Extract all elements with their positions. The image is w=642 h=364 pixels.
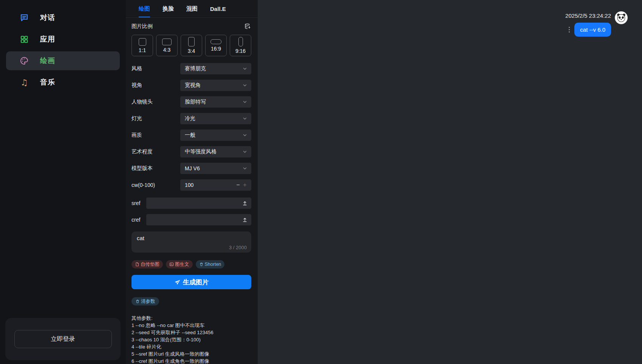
ratio-option-3-4[interactable]: 3:4 <box>181 35 202 56</box>
sidebar-item-apps[interactable]: 应用 <box>6 30 120 49</box>
help-line: 6 --cref 图片url 生成角色一致的图像 <box>131 358 251 364</box>
ratio-option-16-9[interactable]: 16:9 <box>205 35 227 56</box>
field-label-model-version: 模型版本 <box>131 165 180 172</box>
sidebar-item-chat[interactable]: 对话 <box>6 8 120 27</box>
login-button[interactable]: 立即登录 <box>14 330 112 348</box>
ratio-option-9-16[interactable]: 9:16 <box>230 35 251 56</box>
image-icon <box>169 262 174 267</box>
apps-icon <box>20 35 29 44</box>
chevron-down-icon <box>242 99 248 105</box>
message-timestamp: 2025/2/5 23:24:22 <box>565 12 611 19</box>
user-message: 2025/2/5 23:24:22 cat --v 6.0 <box>565 11 628 37</box>
character-shot-select[interactable]: 脸部特写 <box>180 96 251 108</box>
tag-base-image[interactable]: 自传垫图 <box>131 260 163 268</box>
lighting-select[interactable]: 冷光 <box>180 113 251 124</box>
sidebar-item-music[interactable]: ♫ 音乐 <box>6 73 120 92</box>
ratio-section-label: 图片比例 <box>131 23 153 30</box>
chevron-down-icon <box>242 133 248 138</box>
send-icon <box>174 279 181 285</box>
sidebar-item-label: 应用 <box>40 34 55 44</box>
user-avatar[interactable] <box>615 11 628 24</box>
clear-params-tag[interactable]: 清参数 <box>131 297 159 305</box>
palette-icon <box>20 56 29 65</box>
cref-input[interactable] <box>146 214 251 225</box>
tag-image-to-text[interactable]: 图生文 <box>166 260 193 268</box>
database-export-icon[interactable] <box>244 23 251 30</box>
sidebar-item-label: 音乐 <box>40 77 55 87</box>
sidebar-item-label: 绘画 <box>40 56 55 66</box>
chevron-down-icon <box>242 66 248 71</box>
ratio-shape-icon <box>162 39 172 45</box>
stepper-minus-button[interactable]: − <box>235 182 241 188</box>
ratio-options: 1:1 4:3 3:4 16:9 9:16 <box>131 35 251 56</box>
shorten-icon <box>199 262 204 267</box>
chevron-down-icon <box>242 149 248 154</box>
field-label-character-shot: 人物镜头 <box>131 99 180 105</box>
message-more-icon[interactable] <box>569 27 570 32</box>
chat-icon <box>20 13 29 22</box>
help-line: 1 --no 忽略 --no car 图中不出现车 <box>131 322 251 329</box>
quality-select[interactable]: 一般 <box>180 130 251 141</box>
chat-area: 2025/2/5 23:24:22 cat --v 6.0 <box>258 0 642 364</box>
view-angle-select[interactable]: 宽视角 <box>180 80 251 91</box>
help-line: 2 --seed 可先获取种子 --seed 123456 <box>131 329 251 336</box>
style-select[interactable]: 赛博朋克 <box>180 63 251 74</box>
prompt-textarea[interactable]: cat 3 / 2000 <box>131 231 251 253</box>
ratio-option-1-1[interactable]: 1:1 <box>131 35 153 56</box>
field-label-style: 风格 <box>131 65 180 72</box>
help-line: 其他参数: <box>131 315 251 322</box>
sref-label: sref <box>131 200 146 206</box>
ratio-shape-icon <box>210 39 221 44</box>
other-params-help: 其他参数: 1 --no 忽略 --no car 图中不出现车 2 --seed… <box>131 315 251 364</box>
model-version-select[interactable]: MJ V6 <box>180 163 251 174</box>
upload-icon[interactable] <box>242 217 248 223</box>
upload-icon[interactable] <box>242 200 248 206</box>
document-icon <box>135 262 139 267</box>
art-level-select[interactable]: 中等强度风格 <box>180 146 251 157</box>
panel-tabbar: 绘图 换脸 混图 Dall.E <box>126 0 258 18</box>
tab-mix[interactable]: 混图 <box>186 0 198 17</box>
ratio-option-4-3[interactable]: 4:3 <box>156 35 178 56</box>
chevron-down-icon <box>242 166 248 171</box>
ratio-shape-icon <box>139 38 146 46</box>
chevron-down-icon <box>242 83 248 88</box>
draw-settings-panel: 绘图 换脸 混图 Dall.E 图片比例 1:1 4:3 <box>126 0 258 364</box>
prompt-value: cat <box>137 235 247 241</box>
cw-value[interactable]: 100 <box>185 182 235 188</box>
tab-draw[interactable]: 绘图 <box>139 0 150 17</box>
help-line: 3 --chaos 10 混合(范围：0-100) <box>131 336 251 343</box>
message-bubble: cat --v 6.0 <box>574 23 611 37</box>
ratio-shape-icon <box>238 37 243 46</box>
cw-stepper[interactable]: 100 − + <box>180 179 251 191</box>
stepper-plus-button[interactable]: + <box>241 182 248 188</box>
field-label-lighting: 灯光 <box>131 115 180 122</box>
login-card: 立即登录 <box>5 318 121 360</box>
cref-label: cref <box>131 217 146 223</box>
clear-icon <box>135 299 140 304</box>
tab-face-swap[interactable]: 换脸 <box>162 0 174 17</box>
panda-avatar-image <box>616 12 627 23</box>
sidebar: 对话 应用 绘画 ♫ 音乐 立即登录 <box>0 0 126 364</box>
help-line: 4 --tile 碎片化 <box>131 343 251 350</box>
sidebar-item-draw[interactable]: 绘画 <box>6 51 120 70</box>
sref-input[interactable] <box>146 197 251 209</box>
field-label-art-level: 艺术程度 <box>131 148 180 155</box>
tag-shorten[interactable]: Shorten <box>196 260 225 268</box>
chevron-down-icon <box>242 116 248 121</box>
field-label-view-angle: 视角 <box>131 82 180 89</box>
help-line: 5 --sref 图片url 生成风格一致的图像 <box>131 350 251 358</box>
tab-dalle[interactable]: Dall.E <box>210 0 226 17</box>
generate-image-button[interactable]: 生成图片 <box>131 275 251 289</box>
field-label-quality: 画质 <box>131 132 180 139</box>
music-icon: ♫ <box>20 78 29 87</box>
sidebar-item-label: 对话 <box>40 13 55 23</box>
field-label-cw: cw(0-100) <box>131 182 180 188</box>
char-counter: 3 / 2000 <box>137 245 247 250</box>
ratio-shape-icon <box>188 37 195 46</box>
